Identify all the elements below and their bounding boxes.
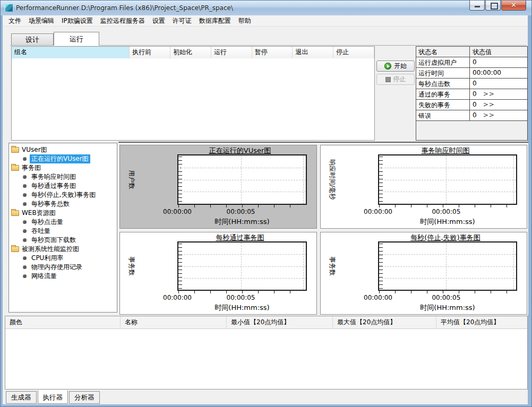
- tree-group-transaction[interactable]: 事务图: [11, 163, 117, 172]
- bullet-icon: [23, 220, 27, 224]
- menu-ip-spoof[interactable]: IP欺骗设置: [58, 15, 97, 27]
- tree-item-total-transactions-per-sec[interactable]: 每秒事务总数: [11, 200, 117, 209]
- bullet-icon: [23, 256, 27, 260]
- menu-license[interactable]: 许可证: [169, 15, 195, 27]
- x-axis-ticks: [178, 205, 306, 207]
- x-tick-labels: 00:00:0000:00:05: [378, 294, 517, 301]
- menu-scenario-edit[interactable]: 场景编辑: [25, 15, 58, 27]
- chart-y-axis-label: 响应时间/毫秒: [326, 153, 338, 206]
- tab-design[interactable]: 设计: [11, 33, 54, 45]
- tree-item-cpu-utilization[interactable]: CPU利用率: [11, 254, 117, 263]
- stop-icon: [385, 77, 391, 82]
- start-button[interactable]: 开始: [376, 60, 415, 72]
- stop-button-label: 停止: [393, 75, 406, 84]
- bullet-icon: [23, 238, 27, 242]
- column-max-20pt-avg[interactable]: 最大值【20点均值】: [333, 316, 436, 329]
- column-running[interactable]: 运行: [211, 47, 252, 58]
- column-stopped[interactable]: 停止: [333, 47, 374, 58]
- column-exited[interactable]: 退出: [293, 47, 333, 58]
- status-row-errors: 错误 0 >>: [416, 110, 527, 121]
- status-value: 0: [473, 58, 477, 67]
- play-icon: [384, 63, 391, 70]
- chart-passed-transactions-per-sec[interactable]: 每秒通过事务图 事务数 00:00:0000:00:05 时间(HH:mm:ss…: [119, 232, 317, 315]
- tree-item-running-vuser-chart[interactable]: 正在运行的VUser图: [11, 154, 117, 163]
- chart-plot-area: [378, 154, 517, 205]
- status-value-header: 状态值: [470, 47, 527, 57]
- menu-file[interactable]: 文件: [5, 15, 25, 27]
- group-table: 组名 执行前 初始化 运行 暂停 退出 停止: [11, 46, 375, 141]
- chart-y-axis-label: 用户数: [125, 153, 137, 206]
- column-init[interactable]: 初始化: [170, 47, 211, 58]
- menu-help[interactable]: 帮助: [235, 15, 255, 27]
- column-name[interactable]: 名称: [121, 316, 227, 329]
- tree-item-stopped-failed-transactions-per-sec[interactable]: 每秒(停止,失败)事务图: [11, 190, 117, 200]
- tree-item-throughput[interactable]: 吞吐量: [11, 227, 117, 236]
- application-window: PerformanceRunner D:\Program Files (x86)…: [0, 0, 532, 407]
- status-value: 0: [473, 101, 477, 110]
- titlebar: PerformanceRunner D:\Program Files (x86)…: [1, 1, 531, 15]
- column-group-name[interactable]: 组名: [12, 47, 130, 58]
- tree-group-vuser[interactable]: VUser图: [11, 145, 117, 154]
- status-name-header: 状态名: [416, 47, 470, 57]
- detail-link-icon[interactable]: >>: [483, 90, 495, 99]
- chart-plot-area: [177, 241, 307, 291]
- client-area: 文件 场景编辑 IP欺骗设置 监控远程服务器 设置 许可证 数据库配置 帮助 设…: [3, 15, 528, 404]
- tab-executor[interactable]: 执行器: [38, 390, 68, 404]
- tree-group-system-monitor[interactable]: 被测系统性能监控图: [11, 245, 117, 254]
- tree-group-web-resources[interactable]: WEB资源图: [11, 209, 117, 218]
- tree-item-passed-transactions-per-sec[interactable]: 每秒通过事务图: [11, 181, 117, 190]
- tree-item-transaction-response-time[interactable]: 事务响应时间图: [11, 172, 117, 181]
- bullet-icon: [23, 229, 27, 233]
- folder-icon: [11, 147, 19, 153]
- bullet-icon: [23, 175, 27, 179]
- tree-item-physical-memory-usage[interactable]: 物理内存使用记录: [11, 263, 117, 272]
- status-value: 0: [473, 80, 477, 89]
- column-color[interactable]: 颜色: [5, 316, 121, 329]
- chart-y-axis-label: 事务数: [326, 240, 338, 292]
- column-paused[interactable]: 暂停: [252, 47, 293, 58]
- close-button[interactable]: [501, 1, 526, 11]
- detail-link-icon[interactable]: >>: [483, 111, 495, 120]
- summary-table-header: 颜色 名称 最小值【20点均值】 最大值【20点均值】 平均值【20点均值】: [5, 316, 527, 329]
- chart-plot-area: [177, 154, 307, 205]
- tab-run[interactable]: 运行: [54, 32, 99, 46]
- group-table-header: 组名 执行前 初始化 运行 暂停 退出 停止: [12, 47, 374, 58]
- chart-stopped-failed-transactions-per-sec[interactable]: 每秒(停止,失败)事务图 事务数 00:00:0000:00:05 时间(HH:…: [320, 232, 527, 315]
- menu-monitor-remote-server[interactable]: 监控远程服务器: [97, 15, 149, 27]
- tree-item-pages-downloaded-per-sec[interactable]: 每秒页面下载数: [11, 236, 117, 245]
- detail-link-icon[interactable]: >>: [483, 101, 495, 110]
- tree-item-network-traffic[interactable]: 网络流量: [11, 272, 117, 281]
- status-value: 00:00:00: [473, 69, 501, 78]
- chart-x-axis-label: 时间(HH:mm:ss): [378, 303, 517, 313]
- status-table: 状态名 状态值 运行虚拟用户 0 运行时间 00:00:00 每秒点击数 0 通…: [416, 46, 528, 141]
- start-button-label: 开始: [394, 62, 407, 71]
- tab-analyzer[interactable]: 分析器: [69, 391, 100, 404]
- maximize-button[interactable]: [485, 1, 501, 11]
- x-tick-labels: 00:00:0000:00:05: [177, 294, 307, 301]
- status-row-passed-transactions: 通过的事务 0 >>: [416, 89, 527, 100]
- folder-icon: [11, 210, 19, 216]
- menu-database-config[interactable]: 数据库配置: [195, 15, 235, 27]
- status-row-running-vusers: 运行虚拟用户 0: [416, 57, 527, 68]
- column-before-run[interactable]: 执行前: [130, 47, 170, 58]
- x-tick-labels: 00:00:0000:00:05: [378, 208, 517, 215]
- stop-button[interactable]: 停止: [376, 74, 415, 85]
- menu-settings[interactable]: 设置: [149, 15, 169, 27]
- app-icon: [5, 4, 13, 12]
- status-value: 0: [473, 111, 477, 120]
- status-row-failed-transactions: 失败的事务 0 >>: [416, 100, 527, 110]
- chart-x-axis-label: 时间(HH:mm:ss): [177, 303, 307, 313]
- chart-x-axis-label: 时间(HH:mm:ss): [177, 217, 307, 227]
- minimize-button[interactable]: [469, 1, 485, 11]
- bullet-icon: [23, 202, 27, 206]
- bullet-icon: [23, 274, 27, 278]
- folder-icon: [11, 165, 19, 171]
- bottom-tab-bar: 生成器 执行器 分析器: [6, 391, 101, 404]
- tree-item-hits-per-sec[interactable]: 每秒点击量: [11, 218, 117, 227]
- chart-transaction-response-time[interactable]: 事务响应时间图 响应时间/毫秒 00:00:0000:00:05 时间(HH:m…: [320, 145, 527, 229]
- window-title: PerformanceRunner D:\Program Files (x86)…: [16, 4, 233, 12]
- tab-generator[interactable]: 生成器: [6, 391, 37, 404]
- chart-running-vusers[interactable]: 正在运行的VUser图 用户数 00:00:0000:00:05 时间(HH:m…: [119, 145, 317, 229]
- column-avg-20pt-avg[interactable]: 平均值【20点均值】: [436, 316, 527, 329]
- column-min-20pt-avg[interactable]: 最小值【20点均值】: [227, 316, 333, 329]
